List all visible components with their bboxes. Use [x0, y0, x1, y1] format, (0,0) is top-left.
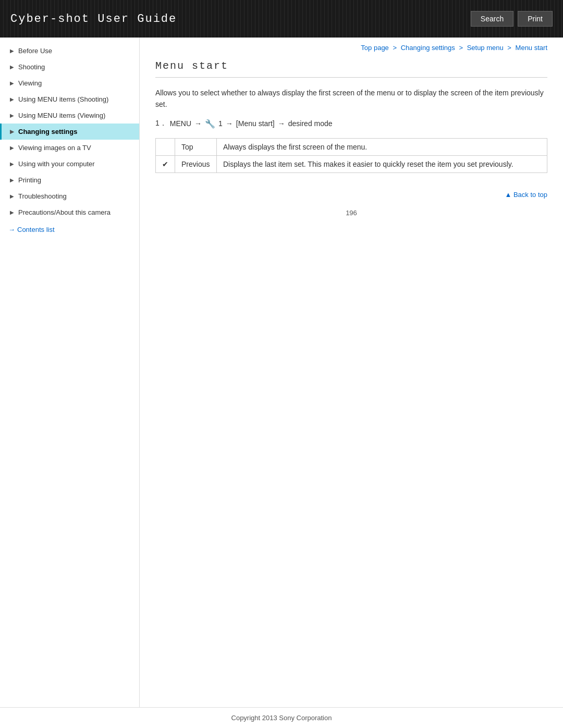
check-cell [156, 138, 175, 155]
sidebar-item-computer[interactable]: ▶ Using with your computer [0, 156, 139, 172]
arrow-icon: ▶ [10, 96, 15, 102]
main-content: Top page > Changing settings > Setup men… [140, 38, 563, 707]
breadcrumb-top-page[interactable]: Top page [361, 44, 389, 52]
page-layout: ▶ Before Use ▶ Shooting ▶ Viewing ▶ Usin… [0, 38, 563, 707]
contents-list-label: Contents list [17, 226, 55, 233]
sidebar-item-viewing-tv[interactable]: ▶ Viewing images on a TV [0, 140, 139, 156]
arrow-right-icon: → [8, 226, 15, 233]
breadcrumb: Top page > Changing settings > Setup men… [155, 38, 547, 60]
sidebar-item-label: Viewing [18, 79, 42, 87]
table-row: Top Always displays the first screen of … [156, 138, 547, 155]
check-cell-previous: ✔ [156, 155, 175, 172]
page-description: Allows you to select whether to always d… [155, 87, 547, 110]
breadcrumb-changing-settings[interactable]: Changing settings [401, 44, 455, 52]
sidebar-item-label: Precautions/About this camera [18, 208, 111, 216]
sidebar-item-precautions[interactable]: ▶ Precautions/About this camera [0, 204, 139, 220]
top-label: Top [175, 138, 217, 155]
sidebar-item-label: Using with your computer [18, 160, 95, 168]
top-description: Always displays the first screen of the … [217, 138, 547, 155]
breadcrumb-setup-menu[interactable]: Setup menu [467, 44, 504, 52]
sidebar-item-label: Viewing images on a TV [18, 144, 91, 152]
arrow-icon-3: → [278, 119, 285, 128]
menu-table: Top Always displays the first screen of … [155, 138, 547, 173]
site-footer: Copyright 2013 Sony Corporation [0, 707, 563, 728]
breadcrumb-separator: > [507, 44, 513, 52]
arrow-icon: ▶ [10, 161, 15, 167]
sidebar-item-menu-viewing[interactable]: ▶ Using MENU items (Viewing) [0, 107, 139, 124]
page-title: Menu start [155, 60, 547, 78]
header-buttons: Search Print [471, 11, 553, 27]
previous-label: Previous [175, 155, 217, 172]
print-button[interactable]: Print [518, 11, 553, 27]
arrow-icon: ▶ [10, 145, 15, 151]
menu-label: MENU [170, 119, 191, 128]
breadcrumb-separator: > [459, 44, 464, 52]
arrow-icon: ▶ [10, 177, 15, 183]
back-to-top-link[interactable]: ▲ Back to top [505, 191, 547, 199]
arrow-icon: ▶ [10, 113, 15, 118]
back-to-top: ▲ Back to top [155, 186, 547, 204]
sidebar-item-menu-shooting[interactable]: ▶ Using MENU items (Shooting) [0, 91, 139, 107]
site-header: Cyber-shot User Guide Search Print [0, 0, 563, 38]
sidebar-item-shooting[interactable]: ▶ Shooting [0, 59, 139, 75]
site-title: Cyber-shot User Guide [10, 13, 177, 26]
search-button[interactable]: Search [471, 11, 513, 27]
arrow-icon-1: → [194, 119, 202, 128]
menu-start-bracket: [Menu start] [236, 119, 275, 128]
sidebar-item-label: Printing [18, 176, 41, 184]
wrench-icon: 🔧 [205, 119, 215, 129]
sidebar-item-label: Changing settings [18, 128, 77, 135]
contents-list-link[interactable]: → Contents list [0, 220, 139, 239]
arrow-icon: ▶ [10, 48, 15, 54]
arrow-icon: ▶ [10, 80, 15, 86]
sidebar-item-changing-settings[interactable]: ▶ Changing settings [0, 124, 139, 140]
sidebar-item-troubleshooting[interactable]: ▶ Troubleshooting [0, 188, 139, 204]
breadcrumb-menu-start[interactable]: Menu start [516, 44, 547, 52]
arrow-icon: ▶ [10, 193, 15, 199]
arrow-icon: ▶ [10, 64, 15, 70]
sidebar-item-printing[interactable]: ▶ Printing [0, 172, 139, 188]
sidebar: ▶ Before Use ▶ Shooting ▶ Viewing ▶ Usin… [0, 38, 140, 707]
sidebar-item-label: Using MENU items (Viewing) [18, 112, 105, 119]
arrow-icon: ▶ [10, 209, 15, 215]
step-number-1: 1 [218, 119, 223, 128]
sidebar-item-viewing[interactable]: ▶ Viewing [0, 75, 139, 91]
sidebar-item-label: Troubleshooting [18, 192, 67, 200]
instruction-step: 1． MENU → 🔧 1 → [Menu start] → desired m… [155, 119, 547, 129]
copyright-text: Copyright 2013 Sony Corporation [231, 714, 332, 722]
arrow-icon: ▶ [10, 129, 15, 134]
sidebar-item-label: Shooting [18, 63, 45, 71]
table-row: ✔ Previous Displays the last item set. T… [156, 155, 547, 172]
sidebar-item-label: Using MENU items (Shooting) [18, 95, 108, 103]
step-number: 1． [155, 119, 167, 128]
arrow-icon-2: → [226, 119, 233, 128]
previous-description: Displays the last item set. This makes i… [217, 155, 547, 172]
page-number: 196 [155, 204, 547, 222]
desired-mode-label: desired mode [288, 119, 333, 128]
breadcrumb-separator: > [393, 44, 398, 52]
sidebar-item-label: Before Use [18, 47, 52, 55]
sidebar-item-before-use[interactable]: ▶ Before Use [0, 43, 139, 59]
